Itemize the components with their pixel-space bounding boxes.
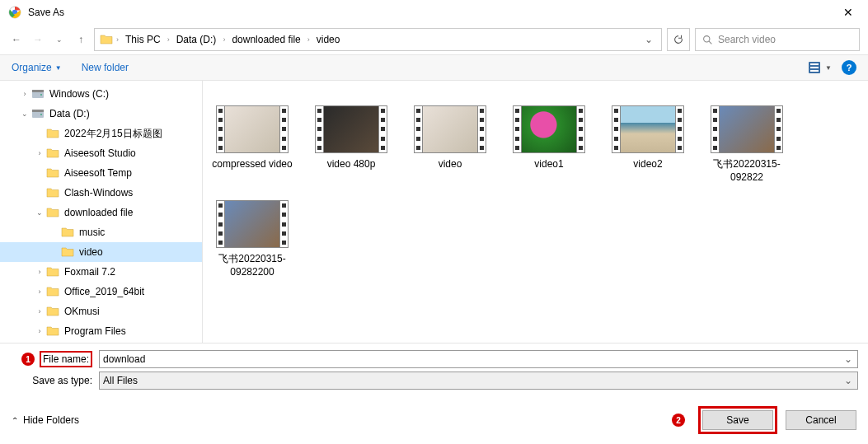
search-placeholder: Search video xyxy=(718,34,776,45)
address-bar[interactable]: › This PC › Data (D:) › downloaded file … xyxy=(94,28,662,51)
savetype-dropdown[interactable]: ⌄ xyxy=(842,375,854,386)
expand-toggle[interactable]: › xyxy=(33,287,46,296)
expand-toggle[interactable]: › xyxy=(33,307,46,315)
tree-item-label: Data (D:) xyxy=(49,108,90,119)
tree-item-label: Aiseesoft Temp xyxy=(64,167,132,179)
up-button[interactable]: ↑ xyxy=(73,31,89,48)
chevron-right-icon: › xyxy=(116,35,119,44)
breadcrumb-this-pc[interactable]: This PC xyxy=(122,34,164,45)
breadcrumb-downloaded-file[interactable]: downloaded file xyxy=(228,34,303,45)
file-item[interactable]: video1 xyxy=(508,105,590,184)
tree-item-label: Clash-Windows xyxy=(64,187,133,199)
form-area: 1 File name: ⌄ Save as type: All Files ⌄ xyxy=(0,343,868,398)
savetype-select[interactable]: All Files ⌄ xyxy=(99,372,858,390)
tree-item-label: Office_2019_64bit xyxy=(64,286,144,297)
help-button[interactable]: ? xyxy=(842,60,856,75)
filename-dropdown[interactable]: ⌄ xyxy=(842,353,854,365)
tree-item-aiseesoft-studio[interactable]: ›Aiseesoft Studio xyxy=(0,143,202,163)
chevron-up-icon: ⌃ xyxy=(12,416,18,425)
tree-item-label: OKmusi xyxy=(64,306,100,317)
expand-toggle[interactable]: ⌄ xyxy=(33,208,46,217)
cancel-button[interactable]: Cancel xyxy=(786,410,856,430)
expand-toggle[interactable]: › xyxy=(33,268,46,276)
tree-item-label: downloaded file xyxy=(64,207,133,218)
tree-item-clash-windows[interactable]: Clash-Windows xyxy=(0,183,202,203)
folder-icon xyxy=(46,127,59,140)
file-name: video2 xyxy=(633,158,662,171)
tree-item-data-d-[interactable]: ⌄Data (D:) xyxy=(0,104,202,124)
expand-toggle[interactable]: › xyxy=(18,90,31,98)
back-button[interactable]: ← xyxy=(8,31,25,48)
chrome-icon xyxy=(8,6,21,19)
chevron-right-icon: › xyxy=(167,35,170,44)
expand-toggle[interactable]: › xyxy=(33,149,46,157)
refresh-button[interactable] xyxy=(667,28,690,51)
search-icon xyxy=(702,35,713,45)
svg-rect-7 xyxy=(810,70,819,72)
tree-item-downloaded-file[interactable]: ⌄downloaded file xyxy=(0,203,202,222)
savetype-label: Save as type: xyxy=(32,375,92,386)
file-item[interactable]: compressed video xyxy=(211,105,293,184)
forward-button[interactable]: → xyxy=(30,31,46,48)
tree-item-label: music xyxy=(79,227,105,238)
file-item[interactable]: video2 xyxy=(607,105,689,184)
search-box[interactable]: Search video xyxy=(695,28,860,51)
file-name: compressed video xyxy=(212,158,292,171)
breadcrumb-video[interactable]: video xyxy=(313,34,344,45)
address-dropdown[interactable]: ⌄ xyxy=(641,34,656,45)
folder-icon xyxy=(46,206,59,219)
save-button[interactable]: Save xyxy=(702,410,773,430)
expand-toggle[interactable]: ⌄ xyxy=(18,110,31,118)
disk-icon xyxy=(31,87,45,100)
filename-field[interactable] xyxy=(103,353,842,365)
breadcrumb-data-d[interactable]: Data (D:) xyxy=(173,34,220,45)
new-folder-button[interactable]: New folder xyxy=(82,62,129,73)
tree-item-aiseesoft-temp[interactable]: Aiseesoft Temp xyxy=(0,163,202,183)
svg-point-10 xyxy=(40,94,42,96)
tree-item-program-files[interactable]: ›Program Files xyxy=(0,321,202,341)
tree-item-foxmail-7-2[interactable]: ›Foxmail 7.2 xyxy=(0,262,202,282)
tree-item-label: Windows (C:) xyxy=(49,88,109,100)
file-list[interactable]: compressed videovideo 480pvideovideo1vid… xyxy=(203,81,868,343)
folder-icon xyxy=(46,166,59,180)
folder-icon xyxy=(46,265,59,278)
filename-input[interactable]: ⌄ xyxy=(99,350,858,368)
view-options-button[interactable]: ▼ xyxy=(809,62,832,73)
tree-item-label: Foxmail 7.2 xyxy=(64,266,115,278)
callout-2: 2 xyxy=(672,414,685,427)
folder-icon xyxy=(61,245,74,259)
file-name: video 480p xyxy=(327,158,376,171)
svg-point-13 xyxy=(40,114,42,115)
file-item[interactable]: 飞书20220315-092822 xyxy=(706,105,788,184)
organize-menu[interactable]: Organize ▼ xyxy=(12,62,62,73)
main-area: ›Windows (C:)⌄Data (D:)2022年2月15日标题图›Ais… xyxy=(0,81,868,343)
tree-item-video[interactable]: video xyxy=(0,242,202,262)
svg-point-2 xyxy=(704,35,710,41)
tree-item-label: 2022年2月15日标题图 xyxy=(64,127,162,141)
tree-item-windows-c-[interactable]: ›Windows (C:) xyxy=(0,84,202,104)
tree-item-2022-2-15-[interactable]: 2022年2月15日标题图 xyxy=(0,124,202,143)
tree-item-office-2019-64bit[interactable]: ›Office_2019_64bit xyxy=(0,282,202,301)
video-thumbnail xyxy=(414,105,486,153)
tree-item-okmusi[interactable]: ›OKmusi xyxy=(0,301,202,321)
tree-item-label: video xyxy=(79,246,103,258)
file-item[interactable]: video 480p xyxy=(310,105,392,184)
toolbar: Organize ▼ New folder ▼ ? xyxy=(0,54,868,81)
file-item[interactable]: video xyxy=(409,105,491,184)
svg-rect-6 xyxy=(810,67,819,68)
folder-tree[interactable]: ›Windows (C:)⌄Data (D:)2022年2月15日标题图›Ais… xyxy=(0,81,203,343)
tree-item-label: Program Files xyxy=(64,325,126,337)
callout-1: 1 xyxy=(21,353,35,366)
hide-folders-label: Hide Folders xyxy=(23,414,79,426)
recent-dropdown[interactable]: ⌄ xyxy=(51,31,68,48)
hide-folders-toggle[interactable]: ⌃ Hide Folders xyxy=(12,414,79,426)
expand-toggle[interactable]: › xyxy=(33,327,46,335)
savetype-value: All Files xyxy=(103,375,842,386)
file-name: 飞书20220315-09282200 xyxy=(211,253,293,278)
tree-item-music[interactable]: music xyxy=(0,222,202,242)
tree-item-label: Aiseesoft Studio xyxy=(64,147,136,159)
file-item[interactable]: 飞书20220315-09282200 xyxy=(211,200,293,278)
filename-label: File name: xyxy=(40,351,92,367)
footer: ⌃ Hide Folders 2 Save Cancel xyxy=(0,398,868,444)
close-button[interactable]: ✕ xyxy=(837,2,860,22)
